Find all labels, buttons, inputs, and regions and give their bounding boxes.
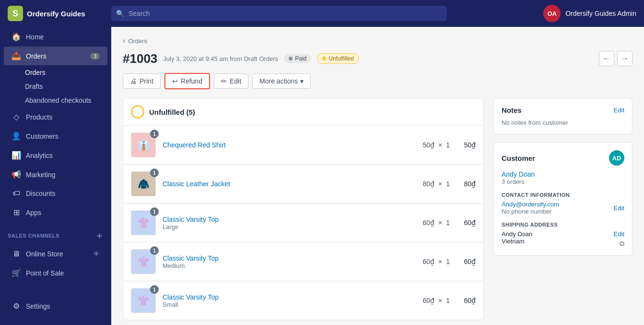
sidebar-item-label: Orders	[26, 52, 47, 60]
item-price-group: 80₫ × 1	[422, 180, 450, 188]
unfulfilled-status-icon	[131, 105, 144, 119]
orders-icon: 📥	[12, 51, 21, 60]
item-variant: Medium	[163, 262, 416, 269]
sidebar-item-online-store[interactable]: 🖥 Online Store 👁	[4, 245, 107, 263]
username-label: Ordersify Guides Admin	[565, 10, 636, 17]
sidebar-item-label: Discounts	[26, 190, 55, 197]
x-symbol: ×	[438, 219, 442, 227]
item-price-group: 60₫ × 1	[422, 297, 450, 304]
item-total: 60₫	[457, 219, 476, 227]
item-img-wrap: 👚 1	[131, 210, 156, 235]
main-content: ‹ Orders #1003 July 3, 2020 at 9:45 am f…	[111, 27, 644, 325]
item-qty-badge: 1	[150, 246, 159, 255]
brand-logo[interactable]: S Ordersify Guides	[8, 6, 104, 21]
customer-orders-count: 3 orders	[502, 178, 624, 185]
item-name[interactable]: Classic Varsity Top	[163, 293, 219, 301]
no-notes-text: No notes from customer	[502, 119, 624, 126]
item-info: Classic Varsity Top Medium	[163, 254, 416, 269]
print-button[interactable]: 🖨 Print	[123, 73, 161, 89]
item-price-group: 60₫ × 1	[422, 219, 450, 227]
left-arrow-icon: ←	[603, 54, 610, 63]
sidebar: 🏠 Home 📥 Orders 3 Orders Drafts Abandone…	[0, 27, 111, 325]
prev-order-button[interactable]: ←	[599, 51, 614, 66]
item-info: Classic Varsity Top Small	[163, 293, 416, 308]
notes-header: Notes Edit	[502, 106, 624, 114]
products-icon: ◇	[12, 112, 21, 121]
item-info: Chequered Red Shirt	[163, 141, 416, 149]
sidebar-item-label: Home	[26, 33, 44, 41]
contact-phone: No phone number	[502, 208, 559, 215]
refund-label: Refund	[181, 77, 202, 85]
add-sales-channel-icon[interactable]: ＋	[95, 230, 104, 241]
content-columns: Unfulfilled (5) 👔 1 Chequered Red Shirt …	[123, 98, 632, 325]
item-name[interactable]: Classic Varsity Top	[163, 216, 219, 223]
item-variant: Small	[163, 301, 416, 308]
item-variant: Large	[163, 223, 416, 230]
item-info: Classic Varsity Top Large	[163, 216, 416, 230]
analytics-icon: 📊	[12, 151, 21, 160]
item-price: 60₫	[422, 258, 434, 265]
card-title: Unfulfilled (5)	[149, 108, 195, 116]
sidebar-item-analytics[interactable]: 📊 Analytics	[4, 146, 107, 165]
item-total: 50₫	[457, 141, 476, 149]
contact-edit-link[interactable]: Edit	[614, 205, 624, 212]
more-actions-label: More actions	[259, 77, 298, 85]
more-actions-button[interactable]: More actions ▾	[252, 73, 311, 89]
item-name[interactable]: Classic Varsity Top	[163, 254, 219, 262]
customer-card: Customer AD Andy Doan 3 orders CONTACT I…	[493, 142, 632, 256]
customer-name[interactable]: Andy Doan	[502, 170, 624, 178]
shipping-section-label: SHIPPING ADDRESS	[502, 222, 624, 228]
sidebar-item-label: Analytics	[26, 152, 53, 159]
sidebar-sub-abandoned[interactable]: Abandoned checkouts	[4, 94, 107, 107]
sidebar-item-marketing[interactable]: 📢 Marketing	[4, 165, 107, 184]
sidebar-item-settings[interactable]: ⚙ Settings	[4, 297, 107, 315]
item-name[interactable]: Classic Leather Jacket	[163, 180, 230, 188]
breadcrumb: ‹ Orders	[123, 36, 632, 45]
item-price-group: 50₫ × 1	[422, 141, 450, 149]
notes-edit-link[interactable]: Edit	[614, 107, 624, 114]
order-item-4: 👚 1 Classic Varsity Top Small 60₫ × 1	[123, 281, 483, 320]
sidebar-item-home[interactable]: 🏠 Home	[4, 27, 107, 46]
print-label: Print	[140, 77, 153, 85]
header-right: OA Ordersify Guides Admin	[543, 5, 636, 22]
sidebar-item-orders[interactable]: 📥 Orders 3	[4, 47, 107, 65]
item-qty: 1	[446, 219, 450, 227]
shipping-edit-link[interactable]: Edit	[614, 230, 624, 238]
sidebar-item-discounts[interactable]: 🏷 Discounts	[4, 184, 107, 203]
order-item-0: 👔 1 Chequered Red Shirt 50₫ × 1 50₫	[123, 125, 483, 164]
sidebar-sub-drafts[interactable]: Drafts	[4, 80, 107, 93]
item-qty: 1	[446, 297, 450, 304]
toolbar: 🖨 Print ↩ Refund ✏ Edit More actions ▾	[123, 73, 632, 89]
item-total: 60₫	[457, 297, 476, 304]
next-order-button[interactable]: →	[617, 51, 632, 66]
item-price: 50₫	[422, 141, 434, 149]
order-main-column: Unfulfilled (5) 👔 1 Chequered Red Shirt …	[123, 98, 484, 325]
contact-section-label: CONTACT INFORMATION	[502, 192, 624, 198]
search-input[interactable]	[111, 6, 447, 21]
item-qty: 1	[446, 141, 450, 149]
x-symbol: ×	[438, 141, 442, 149]
sidebar-item-pos[interactable]: 🛒 Point of Sale	[4, 264, 107, 282]
item-price-group: 60₫ × 1	[422, 258, 450, 265]
item-qty-badge: 1	[150, 169, 159, 177]
refund-button[interactable]: ↩ Refund	[164, 73, 210, 89]
search-bar: 🔍	[111, 6, 447, 21]
copy-address-icon[interactable]: ⧉	[620, 240, 624, 248]
page-title-row: #1003 July 3, 2020 at 9:45 am from Draft…	[123, 51, 632, 66]
sidebar-item-customers[interactable]: 👤 Customers	[4, 127, 107, 145]
sidebar-item-label: Customers	[26, 132, 59, 140]
eye-icon: 👁	[93, 250, 100, 258]
contact-email[interactable]: Andy@ordersify.com	[502, 201, 559, 208]
breadcrumb-orders-link[interactable]: Orders	[128, 37, 147, 45]
pos-icon: 🛒	[12, 268, 21, 277]
item-img-wrap: 👔 1	[131, 132, 156, 157]
item-name[interactable]: Chequered Red Shirt	[163, 141, 226, 149]
edit-button[interactable]: ✏ Edit	[214, 73, 248, 89]
sidebar-item-products[interactable]: ◇ Products	[4, 108, 107, 126]
sidebar-item-apps[interactable]: ⊞ Apps	[4, 203, 107, 222]
online-store-icon: 🖥	[12, 250, 21, 258]
sidebar-sub-orders[interactable]: Orders	[4, 66, 107, 79]
apps-icon: ⊞	[12, 208, 21, 217]
unfulfilled-card: Unfulfilled (5) 👔 1 Chequered Red Shirt …	[123, 98, 484, 320]
order-side-column: Notes Edit No notes from customer Custom…	[493, 98, 632, 325]
